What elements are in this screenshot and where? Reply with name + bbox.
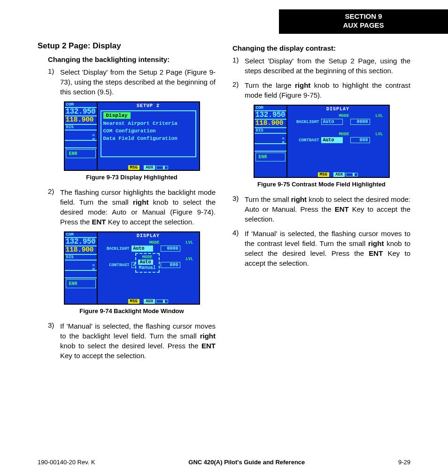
left-step-3: 3) If 'Manual' is selected, the flashing… <box>48 321 216 361</box>
device-status-bar: MSG AUX <box>287 172 389 177</box>
popup-opt-manual[interactable]: Manual <box>138 265 157 271</box>
contrast-label: CONTRAST <box>290 138 321 143</box>
mode-hdr: MODE <box>339 114 349 118</box>
mode-popup: MODE Auto Manual <box>135 253 160 273</box>
left-steps: 1) Select 'Display' from the Setup 2 Pag… <box>38 67 216 97</box>
popup-opt-auto[interactable]: Auto <box>138 260 153 265</box>
section-line2: AUX PAGES <box>279 21 448 30</box>
dis-label: DIS <box>65 125 97 131</box>
enr-label: ENR <box>66 279 96 288</box>
popup-title: MODE <box>138 255 157 260</box>
panel-title: SETUP 2 <box>98 102 199 109</box>
blank-cell <box>65 141 97 148</box>
lvl-hdr: LVL <box>185 240 193 245</box>
device-status-bar: MSG AUX <box>98 299 199 304</box>
setup-item-nearest[interactable]: Nearest Airport Criteria <box>103 120 193 127</box>
blank-cell <box>255 144 286 152</box>
step-num: 2) <box>232 80 245 100</box>
backlight-mode-field[interactable]: Auto <box>321 119 343 125</box>
h3-contrast: Changing the display contrast: <box>232 44 410 52</box>
backlight-row: BACKLIGHT Auto 0000 <box>290 118 386 125</box>
step-text: If 'Manual' is selected, the flashing cu… <box>60 321 216 361</box>
contrast-lvl-field[interactable]: 000 <box>161 262 180 268</box>
display-header: MODE LVL <box>100 240 196 245</box>
step-text: Turn the large right knob to highlight t… <box>245 80 410 100</box>
setup-list-panel: Display Nearest Airport Criteria COM Con… <box>100 110 196 157</box>
dis-field: nm <box>255 134 286 144</box>
left-step-1: 1) Select 'Display' from the Setup 2 Pag… <box>48 67 216 97</box>
device-left-pane: COM 132.950 118.900 DIS nm ENR <box>255 106 287 177</box>
device-main-pane: DISPLAY MODE LVL BACKLIGHT Auto 0000 MOD <box>98 232 199 304</box>
device-screen-75: COM 132.950 118.900 DIS nm ENR DISPLAY M… <box>254 105 390 178</box>
com-standby: 118.900 <box>65 116 97 125</box>
display-settings: MODE LVL BACKLIGHT Auto 0000 MODE LVL <box>287 113 389 145</box>
right-step-1: 1) Select 'Display' from the Setup 2 Pag… <box>232 56 410 76</box>
device-screen-74: COM 132.950 118.900 DIS nm ENR DISPLAY M… <box>64 231 200 305</box>
step-num: 1) <box>232 56 245 76</box>
setup-item-comcfg[interactable]: COM Configuration <box>103 127 193 135</box>
step-num: 4) <box>232 229 245 268</box>
device-main-pane: SETUP 2 Display Nearest Airport Criteria… <box>98 102 199 170</box>
setup-item-datafield[interactable]: Data Field Configuration <box>103 135 193 142</box>
backlight-mode-field[interactable]: Auto <box>131 246 153 252</box>
blank-cell <box>255 162 286 177</box>
lvl-hdr: LVL <box>375 114 383 118</box>
backlight-lvl-field[interactable]: 0000 <box>350 119 370 125</box>
section-line1: SECTION 9 <box>279 12 448 21</box>
figure-caption-73: Figure 9-73 Display Highlighted <box>48 174 216 181</box>
backlight-lvl-field[interactable]: 0000 <box>161 246 180 252</box>
aux-badge: AUX <box>144 165 155 170</box>
step-num: 3) <box>232 194 245 224</box>
right-column: Changing the display contrast: 1) Select… <box>232 41 410 365</box>
right-step-4: 4) If 'Manual' is selected, the flashing… <box>232 229 410 268</box>
figure-caption-74: Figure 9-74 Backlight Mode Window <box>48 307 216 315</box>
enr-label: ENR <box>66 149 96 158</box>
dis-field: nm <box>65 261 97 271</box>
footer-docnum: 190-00140-20 Rev. K <box>38 459 95 466</box>
aux-badge: AUX <box>333 172 345 177</box>
dis-field: nm <box>65 131 97 141</box>
page-bar-icon <box>346 173 358 177</box>
backlight-label: BACKLIGHT <box>290 120 321 124</box>
footer-title: GNC 420(A) Pilot's Guide and Reference <box>188 459 305 466</box>
dis-label: DIS <box>255 128 286 134</box>
com-standby: 118.900 <box>255 120 286 128</box>
dis-label: DIS <box>65 255 97 261</box>
section-banner: SECTION 9 AUX PAGES <box>279 9 448 34</box>
footer-pagenum: 9-29 <box>398 459 410 466</box>
msg-badge: MSG <box>128 299 139 304</box>
page-footer: 190-00140-20 Rev. K GNC 420(A) Pilot's G… <box>38 459 410 466</box>
mode-hdr: MODE <box>339 132 349 137</box>
right-steps-top: 1) Select 'Display' from the Setup 2 Pag… <box>232 56 410 100</box>
aux-badge: AUX <box>144 299 155 304</box>
step-text: Turn the small right knob to select the … <box>245 194 410 224</box>
msg-badge: MSG <box>318 172 329 177</box>
com-active: 132.950 <box>65 238 97 246</box>
figure-9-74: COM 132.950 118.900 DIS nm ENR DISPLAY M… <box>48 231 216 315</box>
page-bar-icon <box>156 166 168 169</box>
enr-label: ENR <box>255 153 286 161</box>
com-active: 132.950 <box>65 108 97 116</box>
panel-title: DISPLAY <box>98 232 199 239</box>
blank-cell <box>65 271 97 278</box>
com-active: 132.950 <box>255 111 286 120</box>
device-screen-73: COM 132.950 118.900 DIS nm ENR SETUP 2 D… <box>64 101 200 171</box>
display-header-2: MODE LVL <box>290 132 386 137</box>
panel-title: DISPLAY <box>287 106 389 113</box>
contrast-mode-field[interactable]: Auto <box>321 137 343 143</box>
figure-caption-75: Figure 9-75 Contrast Mode Field Highligh… <box>232 181 410 188</box>
display-header: MODE LVL <box>290 114 386 118</box>
device-main-pane: DISPLAY MODE LVL BACKLIGHT Auto 0000 MOD <box>287 106 389 177</box>
left-steps-3: 3) If 'Manual' is selected, the flashing… <box>38 321 216 361</box>
blank-cell <box>65 159 97 170</box>
left-step-2: 2) The flashing cursor highlights the ba… <box>48 187 216 227</box>
figure-9-73: COM 132.950 118.900 DIS nm ENR SETUP 2 D… <box>48 101 216 181</box>
mode-hdr: MODE <box>149 240 160 245</box>
msg-badge: MSG <box>128 165 139 170</box>
contrast-lvl-field[interactable]: 000 <box>350 137 370 143</box>
setup-item-display[interactable]: Display <box>103 112 131 119</box>
contrast-row: CONTRAST Auto 000 <box>290 137 386 144</box>
backlight-label: BACKLIGHT <box>100 246 131 251</box>
blank-cell <box>65 289 97 304</box>
h2-setup2: Setup 2 Page: Display <box>38 41 216 51</box>
